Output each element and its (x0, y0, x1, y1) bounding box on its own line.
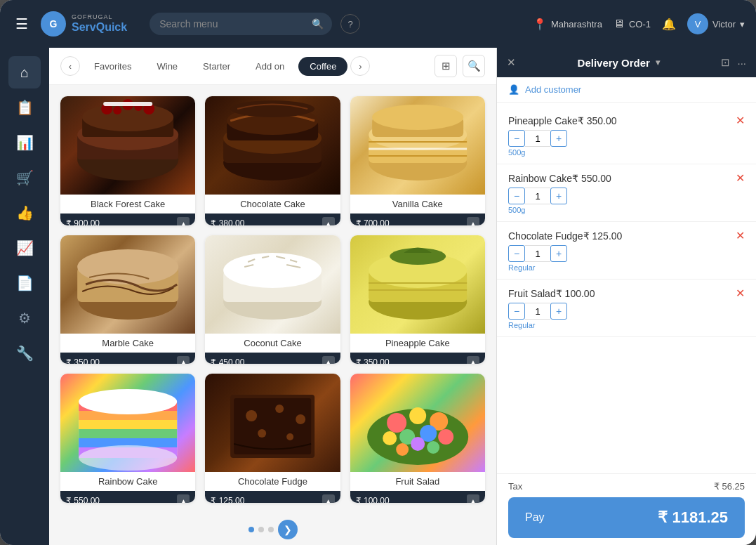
search-input[interactable] (150, 13, 332, 35)
sidebar-item-settings[interactable]: ⚙ (8, 302, 41, 334)
qty-decrease-choc-fudge[interactable]: − (508, 245, 525, 262)
product-price-fruit-salad[interactable]: ₹ 100.00 ▲ (350, 491, 485, 503)
product-name-vanilla: Vanilla Cake (356, 199, 479, 209)
order-expand-button[interactable]: ⊡ (721, 56, 730, 69)
bell-icon: 🔔 (662, 18, 676, 31)
remove-rainbow-button[interactable]: ✕ (736, 171, 745, 185)
product-name-marble: Marble Cake (66, 338, 190, 348)
user-item[interactable]: V Victor ▾ (687, 13, 745, 34)
customer-icon: 👤 (508, 84, 519, 95)
product-card-chocolate[interactable]: Chocolate Cake ₹ 380.00 ▲ (205, 96, 340, 225)
sidebar-item-tools[interactable]: 🔧 (8, 337, 41, 369)
qty-input-choc-fudge[interactable] (525, 245, 550, 262)
svg-point-68 (396, 443, 409, 456)
category-actions: ⊞ 🔍 (435, 55, 485, 77)
order-item-rainbow: Rainbow Cake ₹ 550.00 ✕ − + 500g (497, 164, 756, 222)
qty-increase-fruit-salad[interactable]: + (550, 303, 567, 320)
qty-input-fruit-salad[interactable] (525, 303, 550, 320)
product-price-coconut[interactable]: ₹ 450.00 ▲ (205, 353, 340, 365)
remove-pineapple-button[interactable]: ✕ (736, 114, 745, 127)
category-prev-button[interactable]: ‹ (60, 56, 80, 76)
notification-item[interactable]: 🔔 (662, 18, 676, 31)
grid-view-button[interactable]: ⊞ (435, 55, 457, 77)
location-item[interactable]: 📍 Maharashtra (533, 18, 602, 31)
product-price-black-forest[interactable]: ₹ 900.00 ▲ (60, 214, 195, 225)
sidebar-item-favorites[interactable]: 👍 (8, 197, 41, 229)
product-card-vanilla[interactable]: Vanilla Cake ₹ 700.00 ▲ (350, 96, 485, 225)
price-label-vanilla: ₹ 700.00 (356, 218, 390, 225)
order-more-button[interactable]: ··· (737, 57, 746, 69)
menu-button[interactable]: ☰ (11, 11, 32, 37)
qty-increase-choc-fudge[interactable]: + (550, 245, 567, 262)
price-arrow-vanilla[interactable]: ▲ (467, 217, 479, 225)
price-arrow-fruit-salad[interactable]: ▲ (467, 494, 479, 503)
price-arrow-marble[interactable]: ▲ (177, 356, 190, 365)
product-card-coconut[interactable]: Coconut Cake ₹ 450.00 ▲ (205, 235, 340, 365)
terminal-item[interactable]: 🖥 CO-1 (614, 18, 651, 30)
product-image-pineapple (350, 235, 485, 334)
price-arrow-coconut[interactable]: ▲ (322, 356, 335, 365)
page-dot-2[interactable] (258, 527, 264, 532)
remove-fruit-salad-button[interactable]: ✕ (736, 287, 745, 300)
page-dot-1[interactable] (248, 527, 254, 532)
product-card-rainbow[interactable]: Rainbow Cake ₹ 550.00 ▲ (60, 374, 195, 503)
qty-increase-rainbow[interactable]: + (550, 188, 567, 204)
category-tab-starter[interactable]: Starter (192, 57, 241, 76)
qty-input-pineapple[interactable] (525, 130, 550, 147)
price-arrow-black-forest[interactable]: ▲ (177, 217, 190, 225)
sidebar-item-reports[interactable]: 📊 (8, 126, 41, 159)
price-arrow-choc-fudge[interactable]: ▲ (322, 494, 335, 503)
order-item-top-pineapple: Pineapple Cake ₹ 350.00 ✕ (508, 114, 745, 127)
product-price-chocolate[interactable]: ₹ 380.00 ▲ (205, 214, 340, 225)
product-price-choc-fudge[interactable]: ₹ 125.00 ▲ (205, 491, 340, 503)
page-dot-3[interactable] (268, 527, 274, 532)
sidebar-item-analytics[interactable]: 📈 (8, 232, 41, 264)
product-info-chocolate: Chocolate Cake (205, 195, 340, 209)
product-card-fruit-salad[interactable]: Fruit Salad ₹ 100.00 ▲ (350, 374, 485, 503)
sidebar-item-cart[interactable]: 🛒 (8, 162, 41, 194)
terminal-label: CO-1 (629, 19, 651, 29)
qty-decrease-fruit-salad[interactable]: − (508, 303, 525, 320)
sidebar-item-home[interactable]: ⌂ (8, 56, 41, 88)
qty-increase-pineapple[interactable]: + (550, 130, 567, 147)
category-tab-addon[interactable]: Add on (244, 57, 296, 76)
product-price-rainbow[interactable]: ₹ 550.00 ▲ (60, 491, 195, 503)
add-customer-button[interactable]: 👤 Add customer (497, 77, 756, 103)
category-next-button[interactable]: › (350, 56, 370, 76)
price-arrow-chocolate[interactable]: ▲ (322, 217, 335, 225)
category-search-button[interactable]: 🔍 (463, 55, 485, 77)
help-button[interactable]: ? (340, 14, 360, 34)
page-next-button[interactable]: ❯ (278, 520, 298, 539)
order-item-name-pineapple: Pineapple Cake (508, 115, 578, 126)
order-item-pineapple: Pineapple Cake ₹ 350.00 ✕ − + 500g (497, 107, 756, 164)
product-price-marble[interactable]: ₹ 350.00 ▲ (60, 353, 195, 365)
chevron-down-icon[interactable]: ▾ (656, 58, 660, 67)
qty-decrease-rainbow[interactable]: − (508, 188, 525, 204)
product-price-vanilla[interactable]: ₹ 700.00 ▲ (350, 214, 485, 225)
pay-button[interactable]: Pay ₹ 1181.25 (508, 497, 745, 538)
chevron-down-icon: ▾ (740, 19, 745, 29)
remove-choc-fudge-button[interactable]: ✕ (736, 229, 745, 242)
product-image-choc-fudge (205, 374, 340, 472)
product-card-black-forest[interactable]: Black Forest Cake ₹ 900.00 ▲ (60, 96, 195, 225)
qty-decrease-pineapple[interactable]: − (508, 130, 525, 147)
logo-main-text: ServQuick (72, 21, 127, 34)
order-item-row2-rainbow: − + (508, 185, 745, 204)
category-tab-coffee[interactable]: Coffee (298, 57, 347, 76)
sidebar-item-documents[interactable]: 📄 (8, 267, 41, 299)
product-card-pineapple[interactable]: Pineapple Cake ₹ 350.00 ▲ (350, 235, 485, 365)
pay-label: Pay (525, 511, 545, 524)
product-price-pineapple[interactable]: ₹ 350.00 ▲ (350, 353, 485, 365)
product-card-choc-fudge[interactable]: Chocolate Fudge ₹ 125.00 ▲ (205, 374, 340, 503)
product-image-marble (60, 235, 195, 334)
order-item-price-fruit-salad: ₹ 100.00 (556, 288, 595, 299)
product-card-marble[interactable]: Marble Cake ₹ 350.00 ▲ (60, 235, 195, 365)
category-tab-favorites[interactable]: Favorites (83, 57, 142, 76)
sidebar-item-orders[interactable]: 📋 (8, 91, 41, 124)
qty-input-rainbow[interactable] (525, 188, 550, 204)
category-tab-wine[interactable]: Wine (145, 57, 189, 76)
price-arrow-pineapple[interactable]: ▲ (467, 356, 479, 365)
order-close-button[interactable]: ✕ (507, 56, 516, 69)
price-arrow-rainbow[interactable]: ▲ (177, 494, 190, 503)
price-label-rainbow: ₹ 550.00 (66, 496, 100, 503)
